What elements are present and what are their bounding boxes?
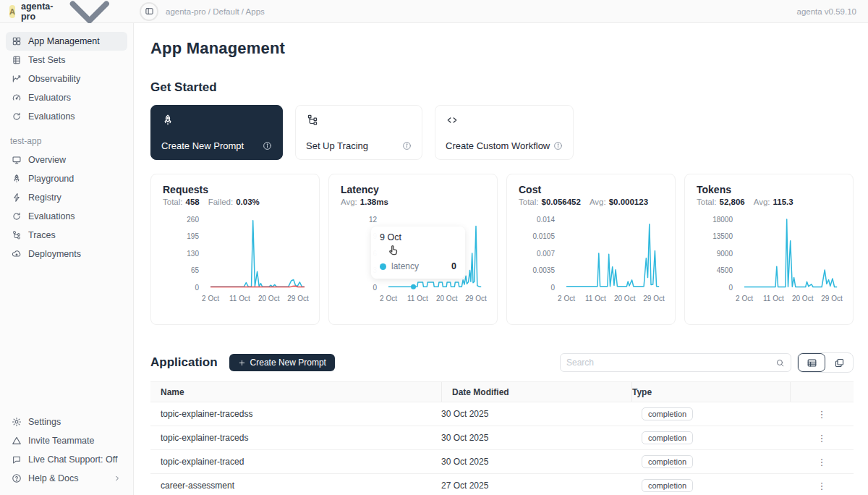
get-started-card-create-custom-workflow[interactable]: Create Custom Workflow (435, 105, 574, 160)
sidebar-bottom-nav: SettingsInvite TeammateLive Chat Support… (6, 412, 127, 488)
sidebar-item-label: Observability (28, 74, 80, 84)
rocket-icon (161, 114, 174, 127)
type-cell: completion (631, 431, 790, 444)
svg-text:18000: 18000 (712, 216, 733, 224)
table-row[interactable]: topic-explainer-traceds30 Oct 2025comple… (150, 426, 854, 450)
metrics-chart-row: RequestsTotal:458Failed:0.03%06513019526… (150, 174, 854, 325)
top-bar: A agenta-pro agenta-pro / Default / Apps… (0, 0, 868, 23)
type-badge: completion (642, 455, 693, 468)
table-row[interactable]: topic-explainer-traced30 Oct 2025complet… (150, 450, 854, 474)
svg-text:20 Oct: 20 Oct (436, 295, 458, 302)
svg-text:2 Oct: 2 Oct (558, 295, 575, 302)
metric-stat: Failed:0.03% (208, 198, 260, 206)
metric-stat-value: 115.3 (773, 198, 793, 206)
type-cell: completion (631, 407, 790, 420)
cost-line-chart[interactable]: 00.00350.0070.01050.0142 Oct11 Oct20 Oct… (519, 209, 665, 313)
sidebar-item-label: Evaluations (28, 111, 75, 122)
grid-icon (12, 36, 22, 46)
breadcrumb[interactable]: agenta-pro / Default / Apps (166, 7, 265, 16)
card-view-button[interactable] (825, 353, 853, 372)
sidebar-item-label: Invite Teammate (28, 436, 94, 446)
more-actions-icon[interactable]: ⋮ (815, 457, 828, 467)
plus-icon (238, 359, 246, 367)
sidebar-item-label: Settings (28, 417, 61, 427)
svg-text:20 Oct: 20 Oct (258, 295, 280, 302)
main-content: App Management Get Started Create New Pr… (135, 23, 868, 495)
series-dot (380, 263, 386, 270)
sidebar-item-evaluations[interactable]: Evaluations (6, 207, 127, 226)
svg-text:11 Oct: 11 Oct (763, 295, 784, 302)
tokens-line-chart[interactable]: 04500900013500180002 Oct11 Oct20 Oct29 O… (697, 209, 843, 313)
create-new-prompt-button[interactable]: Create New Prompt (229, 354, 335, 371)
workspace-avatar: A (9, 5, 15, 18)
sidebar-toggle-button[interactable] (140, 2, 158, 21)
metric-card-stats: Total:52,806Avg:115.3 (697, 198, 841, 206)
sidebar-section-label: test-app (10, 136, 127, 146)
tokens-series-line (744, 219, 837, 287)
requests-line-chart[interactable]: 0651301952602 Oct11 Oct20 Oct29 Oct (163, 209, 309, 313)
get-started-card-set-up-tracing[interactable]: Set Up Tracing (295, 105, 422, 160)
metric-stat-value: 1.38ms (360, 198, 388, 206)
sidebar-item-settings[interactable]: Settings (6, 412, 127, 431)
sidebar-item-traces[interactable]: Traces (6, 226, 127, 245)
sidebar-item-test-sets[interactable]: Test Sets (6, 51, 127, 69)
sidebar-item-label: Help & Docs (28, 473, 78, 483)
date-modified-cell: 30 Oct 2025 (441, 433, 631, 443)
type-cell: completion (631, 479, 790, 492)
card-label: Set Up Tracing (306, 140, 368, 151)
tree-icon (12, 230, 22, 240)
more-actions-icon[interactable]: ⋮ (815, 433, 828, 443)
metric-stat: Avg:$0.000123 (590, 198, 648, 206)
svg-text:130: 130 (187, 250, 199, 258)
metric-stat: Avg:115.3 (754, 198, 793, 206)
sidebar-item-overview[interactable]: Overview (6, 151, 127, 169)
cost-series-line (566, 224, 659, 287)
tooltip-series-value: 0 (451, 261, 456, 271)
table-view-button[interactable] (798, 353, 825, 372)
sidebar-item-evaluators[interactable]: Evaluators (6, 88, 127, 107)
svg-text:9000: 9000 (717, 250, 733, 258)
more-actions-icon[interactable]: ⋮ (815, 481, 828, 491)
metric-stat-value: 52,806 (720, 198, 745, 206)
svg-text:0.014: 0.014 (537, 216, 555, 224)
gear-icon (12, 417, 22, 427)
row-actions-cell: ⋮ (790, 457, 854, 467)
metric-stat-value: $0.000123 (609, 198, 648, 206)
svg-text:195: 195 (187, 232, 199, 240)
sidebar-item-deployments[interactable]: Deployments (6, 245, 127, 263)
more-actions-icon[interactable]: ⋮ (815, 410, 828, 419)
metric-card-stats: Total:458Failed:0.03% (163, 198, 307, 206)
chat-icon (12, 454, 22, 465)
search-input[interactable] (566, 358, 775, 368)
sidebar-item-app-management[interactable]: App Management (6, 32, 127, 51)
metric-card-cost: CostTotal:$0.056452Avg:$0.00012300.00350… (506, 174, 676, 325)
svg-text:0: 0 (373, 284, 377, 292)
metric-stat-value: 0.03% (236, 198, 260, 206)
date-modified-cell: 27 Oct 2025 (441, 481, 631, 491)
sidebar: App ManagementTest SetsObservabilityEval… (0, 23, 134, 495)
sidebar-item-live-chat-support-off[interactable]: Live Chat Support: Off (6, 450, 127, 469)
type-badge: completion (642, 479, 693, 492)
metric-card-tokens: TokensTotal:52,806Avg:115.30450090001350… (684, 174, 854, 325)
card-label-row: Set Up Tracing (306, 140, 412, 151)
sidebar-main-nav: App ManagementTest SetsObservabilityEval… (6, 32, 127, 126)
sidebar-item-help-docs[interactable]: Help & Docs (6, 469, 127, 488)
table-row[interactable]: topic-explainer-tracedss30 Oct 2025compl… (150, 402, 854, 426)
sidebar-item-evaluations[interactable]: Evaluations (6, 107, 127, 126)
svg-text:0.007: 0.007 (537, 250, 555, 258)
app-name-cell: career-assessment (150, 481, 441, 491)
table-row[interactable]: career-assessment27 Oct 2025completion⋮ (150, 474, 854, 495)
table-settings-gear-icon[interactable] (817, 387, 827, 397)
svg-text:260: 260 (187, 216, 199, 224)
sidebar-item-playground[interactable]: Playground (6, 169, 127, 188)
card-view-icon (834, 358, 845, 368)
chevron-right-icon (113, 474, 122, 483)
sidebar-item-invite-teammate[interactable]: Invite Teammate (6, 431, 127, 450)
sidebar-item-registry[interactable]: Registry (6, 188, 127, 207)
monitor-icon (12, 155, 22, 165)
workspace-name: agenta-pro (21, 1, 53, 22)
get-started-card-create-new-prompt[interactable]: Create New Prompt (150, 105, 283, 160)
sidebar-item-observability[interactable]: Observability (6, 69, 127, 88)
view-toggle (797, 352, 854, 373)
search-icon[interactable] (775, 358, 785, 368)
